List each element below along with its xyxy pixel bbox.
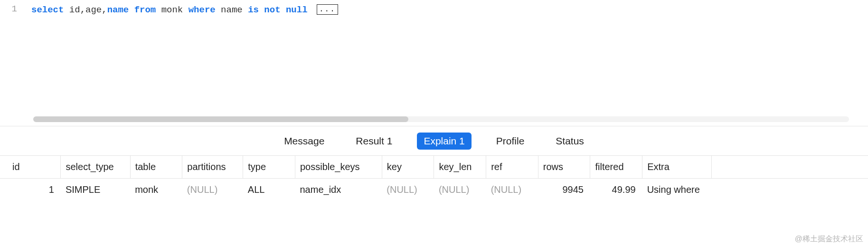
- cell-select-type: SIMPLE: [61, 179, 130, 201]
- col-partitions[interactable]: partitions: [182, 156, 243, 179]
- cell-ref: (NULL): [486, 179, 538, 201]
- tab-explain[interactable]: Explain 1: [417, 133, 471, 150]
- scrollbar-thumb[interactable]: [33, 116, 408, 122]
- kw-where: where: [189, 4, 216, 16]
- sql-name-col2: name: [221, 4, 243, 16]
- cell-key-len: (NULL): [434, 179, 486, 201]
- tab-status[interactable]: Status: [549, 133, 591, 150]
- kw-not: not: [264, 4, 280, 16]
- code-fold-icon[interactable]: ...: [317, 4, 338, 15]
- table-header-row: id select_type table partitions type pos…: [0, 156, 868, 179]
- col-possible-keys[interactable]: possible_keys: [295, 156, 382, 179]
- line-gutter: 1: [0, 0, 31, 126]
- table-row[interactable]: 1 SIMPLE monk (NULL) ALL name_idx (NULL)…: [0, 179, 868, 201]
- cell-spacer: [712, 179, 868, 201]
- cell-key: (NULL): [382, 179, 434, 201]
- col-id[interactable]: id: [0, 156, 61, 179]
- col-rows[interactable]: rows: [538, 156, 590, 179]
- cell-extra: Using where: [642, 179, 712, 201]
- sql-table: monk: [156, 4, 188, 16]
- kw-is: is: [248, 4, 259, 16]
- sql-columns: id,age,: [64, 4, 107, 16]
- col-ref[interactable]: ref: [486, 156, 538, 179]
- cell-filtered: 49.99: [590, 179, 642, 201]
- cell-partitions: (NULL): [182, 179, 243, 201]
- col-type[interactable]: type: [243, 156, 295, 179]
- kw-from: from: [129, 4, 156, 16]
- watermark: @稀土掘金技术社区: [795, 234, 863, 244]
- tab-message[interactable]: Message: [277, 133, 331, 150]
- cell-rows: 9945: [538, 179, 590, 201]
- cell-table: monk: [130, 179, 182, 201]
- sql-editor[interactable]: 1 select id,age,name from monk where nam…: [0, 0, 868, 126]
- tab-result[interactable]: Result 1: [349, 133, 399, 150]
- line-number: 1: [12, 4, 17, 14]
- cell-id: 1: [0, 179, 61, 201]
- kw-null: null: [286, 4, 308, 16]
- tab-profile[interactable]: Profile: [490, 133, 531, 150]
- sql-code-line[interactable]: select id,age,name from monk where name …: [31, 0, 338, 126]
- kw-select: select: [31, 4, 64, 16]
- col-table[interactable]: table: [130, 156, 182, 179]
- col-select-type[interactable]: select_type: [61, 156, 130, 179]
- col-key[interactable]: key: [382, 156, 434, 179]
- explain-table: id select_type table partitions type pos…: [0, 156, 868, 201]
- col-spacer: [712, 156, 868, 179]
- horizontal-scrollbar[interactable]: [33, 116, 849, 122]
- col-key-len[interactable]: key_len: [434, 156, 486, 179]
- cell-type: ALL: [243, 179, 295, 201]
- kw-name-col1: name: [107, 4, 129, 16]
- col-extra[interactable]: Extra: [642, 156, 712, 179]
- result-tabs: Message Result 1 Explain 1 Profile Statu…: [0, 126, 868, 156]
- col-filtered[interactable]: filtered: [590, 156, 642, 179]
- cell-possible-keys: name_idx: [295, 179, 382, 201]
